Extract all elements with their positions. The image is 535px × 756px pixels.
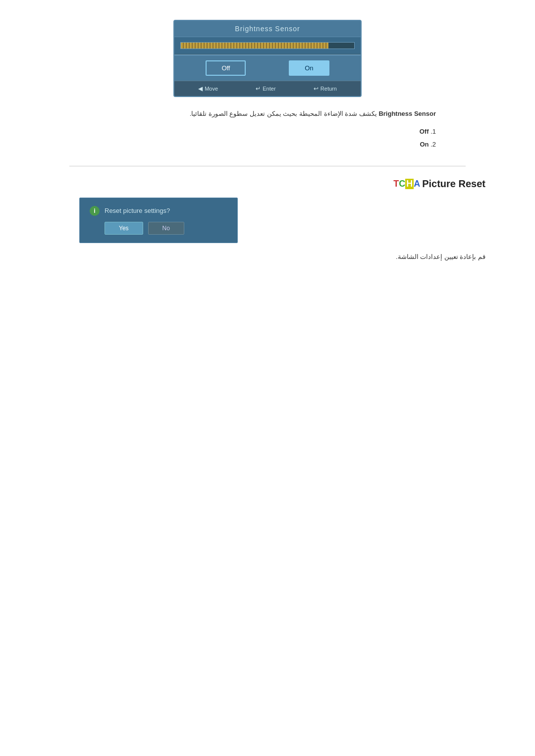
- picture-reset-label: Picture Reset: [422, 178, 485, 190]
- panel-title: Brightness Sensor: [174, 21, 361, 37]
- panel-nav: ◀ Move ↵ Enter ↩ Return: [174, 81, 361, 96]
- tcha-logo: TCHA: [393, 179, 420, 189]
- brightness-description-text: يكشف شدة الإضاءة المحيطة بحيث يمكن تعديل…: [190, 110, 377, 117]
- off-button[interactable]: Off: [206, 60, 246, 76]
- panel-buttons: Off On: [174, 55, 361, 81]
- tcha-h: H: [405, 179, 414, 189]
- brightness-sensor-section: Brightness Sensor Off On ◀ Move ↵ Enter …: [0, 0, 535, 151]
- option-on-number: .2: [430, 141, 436, 148]
- picture-reset-title: TCHA Picture Reset: [393, 178, 485, 190]
- progress-area: [174, 37, 361, 54]
- reset-description: قم بإعادة تعيين إعدادات الشاشة.: [149, 253, 485, 260]
- progress-bar: [180, 42, 355, 49]
- reset-description-text: قم بإعادة تعيين إعدادات الشاشة.: [149, 253, 485, 260]
- reset-dialog-actions: Yes No: [105, 222, 227, 235]
- tv-panel: Brightness Sensor Off On ◀ Move ↵ Enter …: [173, 20, 362, 97]
- reset-dialog-top: i Reset picture settings?: [90, 206, 227, 216]
- option-off-number: .1: [430, 128, 436, 135]
- progress-fill: [181, 43, 328, 49]
- nav-enter-label: Enter: [263, 86, 275, 92]
- return-icon: ↩: [314, 85, 319, 92]
- option-on: On .2: [99, 138, 436, 151]
- no-button[interactable]: No: [148, 222, 184, 235]
- nav-move: ◀ Move: [198, 85, 218, 92]
- yes-button[interactable]: Yes: [105, 222, 143, 235]
- enter-icon: ↵: [256, 85, 261, 92]
- option-on-label: On: [420, 141, 428, 148]
- brightness-sensor-bold: Brightness Sensor: [378, 110, 436, 117]
- nav-move-label: Move: [205, 86, 218, 92]
- nav-return-label: Return: [321, 86, 337, 92]
- tcha-c: C: [399, 179, 405, 189]
- option-off-label: Off: [420, 128, 429, 135]
- brightness-description: Brightness Sensor يكشف شدة الإضاءة المحي…: [99, 109, 436, 119]
- info-icon: i: [90, 206, 100, 216]
- section-divider: [69, 166, 466, 166]
- on-button[interactable]: On: [289, 60, 329, 76]
- brightness-description-area: Brightness Sensor يكشف شدة الإضاءة المحي…: [99, 109, 436, 151]
- arrow-icon: ◀: [198, 85, 203, 92]
- picture-reset-section: TCHA Picture Reset i Reset picture setti…: [0, 178, 535, 260]
- options-list: Off .1 On .2: [99, 125, 436, 151]
- tcha-a: A: [414, 179, 420, 189]
- nav-enter: ↵ Enter: [256, 85, 275, 92]
- nav-return: ↩ Return: [314, 85, 337, 92]
- reset-dialog-container: i Reset picture settings? Yes No: [0, 198, 485, 243]
- tcha-t: T: [393, 179, 399, 189]
- option-off: Off .1: [99, 125, 436, 138]
- reset-dialog: i Reset picture settings? Yes No: [79, 198, 238, 243]
- reset-dialog-text: Reset picture settings?: [105, 207, 170, 214]
